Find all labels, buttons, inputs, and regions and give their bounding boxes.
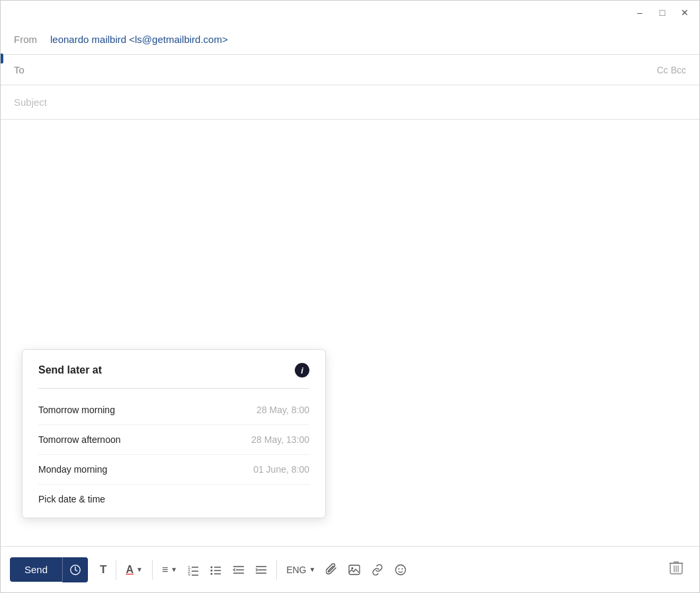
option-date-1: 28 May, 13:00 [251, 434, 309, 445]
popup-header: Send later at i [38, 363, 309, 377]
text-color-chevron: ▼ [136, 566, 143, 573]
to-label: To [14, 64, 50, 75]
align-chevron: ▼ [171, 566, 177, 573]
svg-point-23 [396, 565, 406, 574]
maximize-button[interactable]: □ [654, 5, 670, 20]
svg-line-2 [75, 570, 77, 571]
popup-title: Send later at [38, 364, 102, 376]
info-icon[interactable]: i [295, 363, 309, 377]
outdent-button[interactable] [227, 560, 250, 580]
attachment-icon [326, 563, 338, 576]
delete-button[interactable] [662, 556, 690, 583]
option-date-2: 01 June, 8:00 [253, 464, 309, 475]
numbered-list-icon: 1. 2. 3. [188, 564, 200, 576]
subject-row [1, 85, 699, 120]
option-name-2: Monday morning [38, 464, 107, 475]
to-input[interactable] [50, 64, 657, 75]
separator-1 [116, 560, 116, 580]
subject-input[interactable] [14, 97, 686, 108]
emoji-button[interactable] [389, 560, 412, 580]
popup-divider [38, 388, 309, 389]
option-date-0: 28 May, 8:00 [256, 405, 309, 415]
text-color-button[interactable]: A ▼ [120, 560, 147, 580]
language-button[interactable]: ENG ▼ [281, 561, 321, 579]
send-later-toggle-button[interactable] [62, 557, 88, 582]
send-button[interactable]: Send [10, 557, 62, 582]
cc-bcc-button[interactable]: Cc Bcc [657, 65, 686, 75]
send-button-group: Send [10, 557, 88, 582]
option-name-1: Tomorrow afternoon [38, 434, 121, 445]
svg-point-25 [402, 568, 403, 569]
indent-icon [255, 564, 267, 576]
svg-point-22 [352, 567, 354, 569]
numbered-list-button[interactable]: 1. 2. 3. [182, 560, 205, 580]
pick-date-button[interactable]: Pick date & time [38, 485, 309, 507]
lang-label: ENG [286, 565, 306, 575]
lang-chevron: ▼ [309, 566, 316, 573]
text-color-icon: A [126, 564, 134, 576]
image-button[interactable] [343, 560, 366, 580]
from-label: From [14, 34, 50, 45]
align-button[interactable]: ≡ ▼ [157, 560, 182, 580]
svg-rect-21 [349, 565, 360, 574]
indent-button[interactable] [250, 560, 272, 580]
to-row: To Cc Bcc [1, 55, 699, 85]
title-bar: – □ ✕ [1, 1, 699, 24]
link-button[interactable] [366, 560, 389, 580]
send-later-popup: Send later at i Tomorrow morning 28 May,… [22, 349, 326, 518]
font-format-button[interactable]: T [95, 559, 112, 580]
emoji-icon [395, 564, 407, 576]
close-button[interactable]: ✕ [677, 5, 693, 20]
option-tomorrow-afternoon[interactable]: Tomorrow afternoon 28 May, 13:00 [38, 425, 309, 455]
option-monday-morning[interactable]: Monday morning 01 June, 8:00 [38, 455, 309, 485]
outdent-icon [233, 564, 245, 576]
image-icon [348, 564, 360, 576]
bullet-list-icon [210, 564, 222, 576]
bullet-list-button[interactable] [205, 560, 227, 580]
from-row: From leonardo mailbird <ls@getmailbird.c… [1, 24, 699, 55]
separator-2 [152, 560, 153, 580]
font-format-icon: T [100, 563, 106, 576]
option-name-0: Tomorrow morning [38, 405, 115, 415]
attachment-button[interactable] [321, 559, 343, 580]
svg-point-13 [211, 573, 213, 574]
clock-icon [69, 564, 81, 576]
separator-3 [276, 560, 277, 580]
link-icon [371, 564, 384, 576]
option-tomorrow-morning[interactable]: Tomorrow morning 28 May, 8:00 [38, 395, 309, 425]
align-icon: ≡ [162, 564, 168, 576]
bottom-toolbar: Send T A ▼ ≡ ▼ 1. 2. 3. [1, 546, 699, 592]
svg-text:3.: 3. [188, 573, 192, 576]
trash-icon [669, 560, 683, 576]
from-address: leonardo mailbird <ls@getmailbird.com> [50, 34, 228, 45]
minimize-button[interactable]: – [632, 5, 648, 20]
svg-point-11 [211, 569, 213, 571]
svg-point-9 [211, 566, 213, 568]
svg-point-24 [399, 568, 400, 569]
